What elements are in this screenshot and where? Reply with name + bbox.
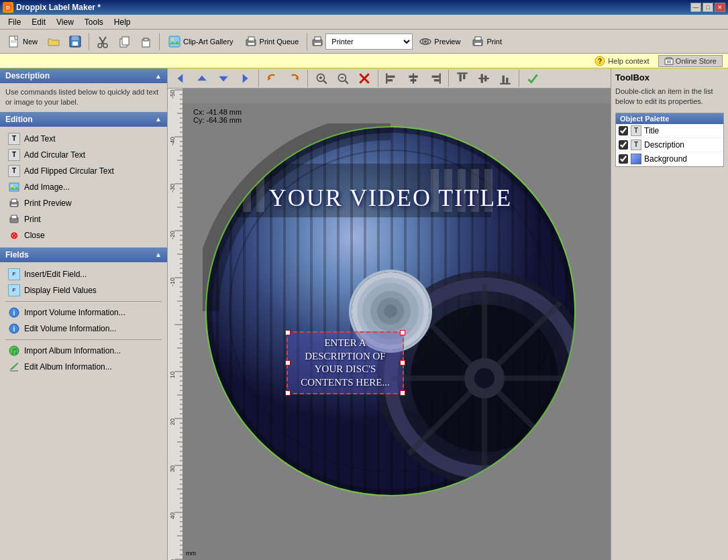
align-middle-icon — [477, 72, 490, 85]
svg-point-29 — [424, 40, 427, 43]
add-image-label: Add Image... — [24, 182, 70, 192]
fields-collapse-arrow[interactable]: ▲ — [155, 251, 162, 258]
nav-left-button[interactable] — [170, 69, 191, 88]
copy-button[interactable] — [114, 32, 134, 51]
menu-edit[interactable]: Edit — [26, 16, 51, 28]
align-top-button[interactable] — [452, 69, 472, 88]
cut-button[interactable] — [93, 32, 113, 51]
menubar: File Edit View Tools Help — [0, 15, 728, 30]
print-button[interactable]: Print — [466, 32, 507, 51]
insert-edit-field-item[interactable]: F Insert/Edit Field... — [5, 266, 162, 282]
edit-album-info-item[interactable]: Edit Album Information... — [5, 359, 162, 375]
print-icon-sidebar — [8, 213, 20, 225]
svg-marker-53 — [197, 75, 206, 80]
menu-file[interactable]: File — [3, 16, 26, 28]
save-button[interactable] — [65, 32, 85, 51]
edition-panel-header[interactable]: Edition ▲ — [0, 112, 167, 127]
display-field-values-item[interactable]: F Display Field Values — [5, 282, 162, 298]
print-item[interactable]: Print — [5, 211, 162, 227]
selection-handle-bl[interactable] — [285, 390, 291, 396]
import-volume-info-item[interactable]: i Import Volume Information... — [5, 304, 162, 321]
add-image-item[interactable]: Add Image... — [5, 179, 162, 195]
main-toolbar: New Clip-Art Gallery Print Queue Printer… — [0, 30, 728, 54]
cd-description-box[interactable]: ENTER A DESCRIPTION OF YOUR DISC'S CONTE… — [287, 331, 404, 394]
print-preview-item[interactable]: Print Preview — [5, 195, 162, 211]
selection-handle-ml[interactable] — [285, 360, 291, 366]
selection-handle-tr[interactable] — [400, 330, 405, 335]
edition-collapse-arrow[interactable]: ▲ — [155, 115, 162, 123]
redo-button[interactable] — [284, 69, 304, 88]
import-album-info-item[interactable]: 🎵 Import Album Information... — [5, 343, 162, 359]
print-queue-label: Print Queue — [260, 38, 299, 46]
check-button[interactable] — [523, 69, 543, 88]
canvas-tb-sep2 — [307, 70, 308, 87]
add-circular-text-item[interactable]: T Add Circular Text — [5, 147, 162, 163]
align-right-button[interactable] — [425, 69, 445, 88]
alignment-toolbar — [168, 68, 611, 89]
palette-item-background[interactable]: Background — [616, 152, 723, 166]
window-controls: — □ ✕ — [690, 3, 725, 12]
svg-rect-25 — [315, 37, 321, 40]
svg-point-23 — [253, 41, 254, 42]
open-button[interactable] — [44, 32, 64, 51]
preview-button[interactable]: Preview — [414, 32, 465, 51]
add-flipped-circular-text-item[interactable]: T Add Flipped Circular Text — [5, 163, 162, 179]
svg-rect-26 — [315, 43, 321, 45]
edition-panel-content: T Add Text T Add Circular Text T Add Fli… — [0, 127, 167, 247]
edit-volume-info-item[interactable]: i Edit Volume Information... — [5, 321, 162, 337]
svg-rect-2 — [9, 36, 17, 47]
align-middle-button[interactable] — [474, 69, 494, 88]
menu-help[interactable]: Help — [109, 16, 136, 28]
print-queue-button[interactable]: Print Queue — [240, 32, 304, 51]
canvas-tb-sep5 — [519, 70, 519, 87]
fields-panel-header[interactable]: Fields ▲ — [0, 247, 167, 262]
palette-item-description[interactable]: T Description — [616, 138, 723, 152]
canvas-inner[interactable]: Cx: -41.48 mm Cy: -64.36 mm — [183, 103, 611, 560]
toolbar-separator-1 — [89, 33, 89, 50]
maximize-button[interactable]: □ — [703, 3, 713, 12]
cd-disc-svg[interactable] — [203, 123, 578, 499]
undo-button[interactable] — [262, 69, 282, 88]
palette-title-checkbox[interactable] — [619, 126, 628, 135]
align-bottom-button[interactable] — [495, 69, 515, 88]
zoom-in-button[interactable] — [311, 69, 331, 88]
toolbar-separator-3 — [307, 33, 307, 50]
close-button[interactable]: ✕ — [715, 3, 725, 12]
svg-rect-15 — [144, 38, 148, 41]
svg-point-100 — [474, 368, 495, 388]
cd-container[interactable]: YOUR VIDEO TITLE ENTER A DESCRIPTION OF … — [203, 123, 578, 499]
palette-item-title[interactable]: T Title — [616, 124, 723, 138]
online-store-button[interactable]: Online Store — [658, 55, 723, 67]
new-button[interactable]: New — [3, 32, 42, 51]
delete-button[interactable] — [354, 69, 374, 88]
object-palette-header: Object Palette — [616, 113, 723, 124]
close-item[interactable]: ⊗ Close — [5, 227, 162, 243]
svg-point-19 — [171, 38, 174, 41]
nav-right-button[interactable] — [235, 69, 255, 88]
svg-rect-13 — [122, 37, 129, 45]
palette-description-checkbox[interactable] — [619, 140, 628, 150]
selection-handle-tl[interactable] — [285, 330, 291, 335]
description-panel-header[interactable]: Description ▲ — [0, 68, 167, 83]
align-center-button[interactable] — [403, 69, 423, 88]
svg-text:🎵: 🎵 — [11, 347, 19, 355]
nav-down-button[interactable] — [213, 69, 233, 88]
selection-handle-mr[interactable] — [400, 360, 405, 366]
palette-background-checkbox[interactable] — [619, 154, 628, 164]
description-collapse-arrow[interactable]: ▲ — [155, 72, 162, 80]
printer-select[interactable]: Printer — [325, 34, 413, 50]
add-text-item[interactable]: T Add Text — [5, 131, 162, 147]
ruler-left — [168, 83, 183, 560]
preview-icon — [419, 35, 432, 48]
selection-handle-br[interactable] — [400, 390, 405, 396]
clip-art-button[interactable]: Clip-Art Gallery — [163, 32, 238, 51]
paste-button[interactable] — [136, 32, 156, 51]
nav-up-button[interactable] — [192, 69, 212, 88]
svg-rect-83 — [503, 75, 505, 82]
menu-view[interactable]: View — [51, 16, 79, 28]
align-left-button[interactable] — [382, 69, 402, 88]
minimize-button[interactable]: — — [690, 3, 701, 12]
zoom-out-button[interactable] — [333, 69, 353, 88]
svg-rect-6 — [72, 36, 79, 40]
menu-tools[interactable]: Tools — [79, 16, 109, 28]
